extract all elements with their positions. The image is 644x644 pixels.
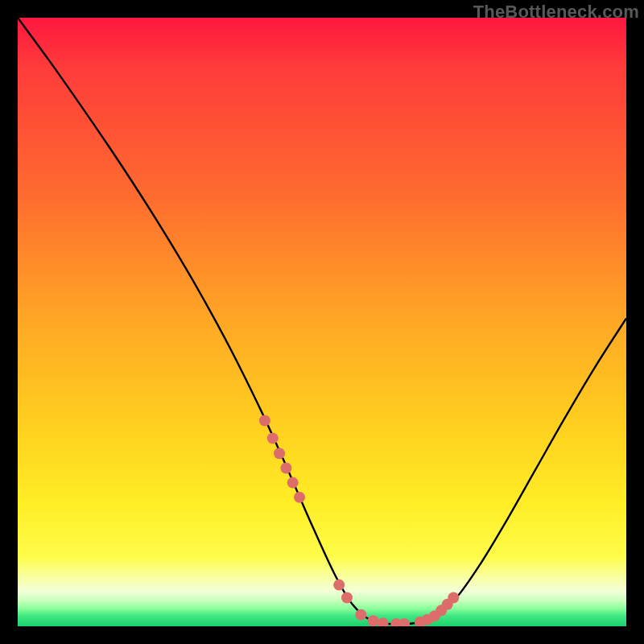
sample-point <box>274 448 285 459</box>
bottleneck-curve <box>18 18 626 625</box>
sample-point <box>287 477 299 489</box>
sample-point <box>378 617 389 626</box>
sample-point <box>259 415 270 426</box>
sample-point <box>341 592 353 603</box>
plot-area <box>18 18 626 626</box>
sample-point <box>280 462 291 473</box>
sample-point <box>333 580 345 591</box>
curve-layer <box>18 18 626 626</box>
sample-point <box>294 492 305 503</box>
sample-points-group <box>259 415 459 626</box>
sample-point <box>448 592 459 603</box>
sample-point <box>355 609 366 621</box>
sample-point <box>267 432 279 444</box>
sample-point <box>398 618 410 626</box>
chart-frame: TheBottleneck.com <box>0 0 644 644</box>
sample-point <box>368 615 379 626</box>
